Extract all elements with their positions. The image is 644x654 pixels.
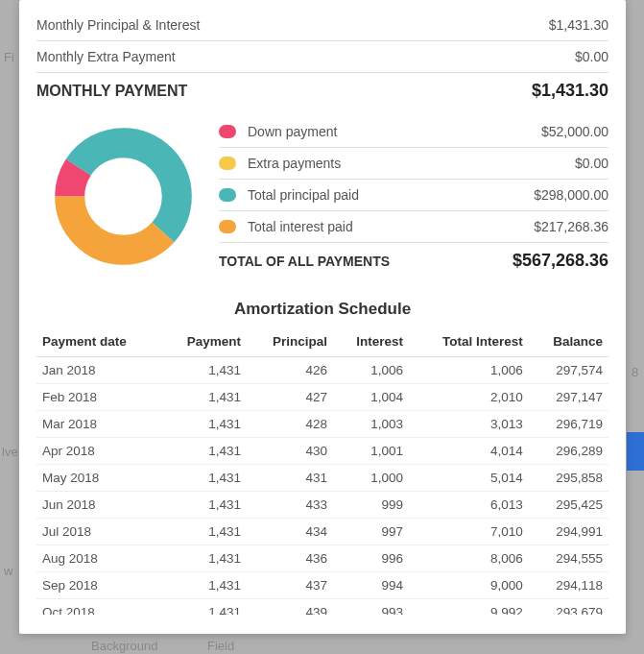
table-cell: 437: [247, 572, 333, 599]
legend-value: $217,268.36: [534, 219, 608, 234]
column-header: Principal: [247, 327, 333, 357]
table-cell: 1,006: [409, 357, 529, 384]
table-cell: 1,000: [333, 465, 409, 492]
bg-text: Field: [207, 639, 234, 653]
table-cell: 295,425: [529, 492, 608, 519]
table-cell: Jun 2018: [36, 492, 161, 519]
table-cell: 9,000: [409, 572, 529, 599]
schedule-header-row: Payment datePaymentPrincipalInterestTota…: [36, 327, 608, 357]
table-cell: 1,006: [333, 357, 409, 384]
table-cell: 1,431: [161, 545, 247, 572]
table-cell: 1,431: [161, 438, 247, 465]
table-cell: 293,679: [529, 599, 608, 616]
table-cell: 426: [247, 357, 333, 384]
column-header: Total Interest: [409, 327, 529, 357]
table-cell: 294,118: [529, 572, 608, 599]
legend-label: Extra payments: [248, 156, 575, 171]
table-cell: 427: [247, 384, 333, 411]
table-cell: Oct 2018: [36, 599, 161, 616]
table-cell: 5,014: [409, 465, 529, 492]
bg-text: 8: [632, 365, 638, 379]
legend-swatch: [219, 157, 236, 170]
table-cell: Apr 2018: [36, 438, 161, 465]
table-cell: 996: [333, 545, 409, 572]
legend-column: Down payment$52,000.00Extra payments$0.0…: [219, 116, 608, 279]
table-cell: 430: [247, 438, 333, 465]
legend-label: Down payment: [248, 124, 541, 139]
legend-swatch: [219, 125, 236, 138]
table-cell: Sep 2018: [36, 572, 161, 599]
table-row: Jan 20181,4314261,0061,006297,574: [36, 357, 608, 384]
table-cell: 1,431: [161, 411, 247, 438]
table-row: Aug 20181,4314369968,006294,555: [36, 545, 608, 572]
row-principal-interest: Monthly Principal & Interest $1,431.30: [36, 10, 608, 41]
table-cell: 1,431: [161, 572, 247, 599]
table-cell: 436: [247, 545, 333, 572]
column-header: Interest: [333, 327, 409, 357]
label: Monthly Extra Payment: [36, 49, 176, 64]
table-cell: 1,431: [161, 465, 247, 492]
table-cell: 1,004: [333, 384, 409, 411]
table-cell: 9,992: [409, 599, 529, 616]
bg-blue-block: [627, 432, 644, 471]
value: $0.00: [575, 49, 608, 64]
table-row: May 20181,4314311,0005,014295,858: [36, 465, 608, 492]
table-cell: 1,431: [161, 492, 247, 519]
table-row: Apr 20181,4314301,0014,014296,289: [36, 438, 608, 465]
bg-text: w: [4, 564, 12, 578]
table-cell: 3,013: [409, 411, 529, 438]
table-cell: 994: [333, 572, 409, 599]
label: Monthly Principal & Interest: [36, 17, 200, 33]
table-cell: 428: [247, 411, 333, 438]
legend-total-row: TOTAL OF ALL PAYMENTS $567,268.36: [219, 243, 608, 279]
table-cell: 431: [247, 465, 333, 492]
legend-value: $52,000.00: [541, 124, 608, 139]
table-cell: Aug 2018: [36, 545, 161, 572]
table-cell: 295,858: [529, 465, 608, 492]
legend-total-value: $567,268.36: [513, 251, 608, 271]
row-extra-payment: Monthly Extra Payment $0.00: [36, 41, 608, 73]
donut-chart-column: [36, 116, 209, 279]
table-cell: 1,003: [333, 411, 409, 438]
table-cell: 297,574: [529, 357, 608, 384]
legend-row: Total interest paid$217,268.36: [219, 211, 608, 243]
column-header: Payment date: [36, 327, 161, 357]
table-row: Jun 20181,4314339996,013295,425: [36, 492, 608, 519]
table-cell: 439: [247, 599, 333, 616]
label: MONTHLY PAYMENT: [36, 83, 187, 100]
bg-text: Fi: [4, 50, 14, 64]
bg-text: Background: [91, 639, 157, 653]
legend-row: Total principal paid$298,000.00: [219, 180, 608, 211]
column-header: Balance: [529, 327, 608, 357]
table-row: Oct 20181,4314399939,992293,679: [36, 599, 608, 616]
payment-summary-modal: Monthly Principal & Interest $1,431.30 M…: [19, 0, 626, 634]
legend-label: Total interest paid: [248, 219, 534, 234]
table-cell: 296,719: [529, 411, 608, 438]
table-cell: Jul 2018: [36, 519, 161, 545]
table-cell: 4,014: [409, 438, 529, 465]
legend-row: Extra payments$0.00: [219, 148, 608, 180]
table-cell: 434: [247, 519, 333, 545]
table-cell: 294,991: [529, 519, 608, 545]
schedule-table: Payment datePaymentPrincipalInterestTota…: [36, 327, 608, 615]
table-cell: 997: [333, 519, 409, 545]
schedule-scroll[interactable]: Payment datePaymentPrincipalInterestTota…: [36, 327, 608, 615]
legend-value: $298,000.00: [534, 187, 608, 203]
table-cell: 297,147: [529, 384, 608, 411]
legend-row: Down payment$52,000.00: [219, 116, 608, 148]
schedule-title: Amortization Schedule: [36, 300, 608, 319]
legend-swatch: [219, 188, 236, 202]
legend-total-label: TOTAL OF ALL PAYMENTS: [219, 254, 513, 269]
table-cell: 296,289: [529, 438, 608, 465]
column-header: Payment: [161, 327, 247, 357]
value: $1,431.30: [532, 81, 608, 101]
table-cell: 999: [333, 492, 409, 519]
legend-swatch: [219, 220, 236, 233]
bg-text: lve: [2, 445, 18, 459]
table-cell: 1,001: [333, 438, 409, 465]
table-cell: 433: [247, 492, 333, 519]
table-row: Sep 20181,4314379949,000294,118: [36, 572, 608, 599]
donut-chart: [49, 122, 198, 271]
table-cell: Feb 2018: [36, 384, 161, 411]
table-cell: 1,431: [161, 599, 247, 616]
